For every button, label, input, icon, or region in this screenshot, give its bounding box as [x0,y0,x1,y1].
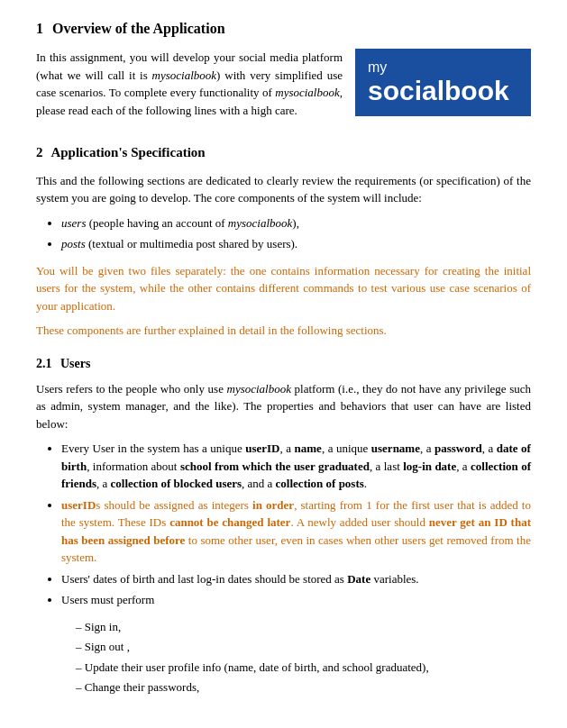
section-2-1-title: 2.1 Users [36,354,531,373]
users-dash-list: Sign in, Sign out , Update their user pr… [76,618,531,696]
spec-para2: You will be given two files separately: … [36,262,531,315]
section-2-title: 2 Application's Specification [36,142,531,163]
logo-socialbook: socialbook [368,76,509,105]
logo-box: my socialbook [355,49,531,116]
intro-paragraph: In this assignment, you will develop you… [36,49,343,126]
section-2-1: 2.1 Users Users refers to the people who… [36,354,531,696]
users-bullets: Every User in the system has a unique us… [61,440,531,609]
mysocialbook-ref-2: mysocialbook [275,86,339,99]
spec-para3: These components are further explained i… [36,322,531,340]
dash-item-update: Update their user profile info (name, da… [76,659,531,677]
spec-para1: This and the following sections are dedi… [36,172,531,207]
logo-my: my [368,59,387,76]
users-para1: Users refers to the people who only use … [36,380,531,433]
users-bullet-3: Users' dates of birth and last log-in da… [61,570,531,588]
section-1-title: 1 Overview of the Application [36,18,531,40]
spec-bullet-1: users (people having an account of mysoc… [61,214,531,232]
users-bullet-4: Users must perform [61,591,531,609]
section-2: 2 Application's Specification This and t… [36,142,531,340]
spec-bullets: users (people having an account of mysoc… [61,214,531,253]
dash-item-signin: Sign in, [76,618,531,636]
dash-item-signout: Sign out , [76,638,531,656]
dash-item-password: Change their passwords, [76,678,531,696]
mysocialbook-ref-1: mysocialbook [152,68,216,82]
spec-bullet-2: posts (textual or multimedia post shared… [61,235,531,253]
users-bullet-1: Every User in the system has a unique us… [61,440,531,493]
intro-block: In this assignment, you will develop you… [36,49,531,126]
users-bullet-2: userIDs should be assigned as integers i… [61,496,531,567]
